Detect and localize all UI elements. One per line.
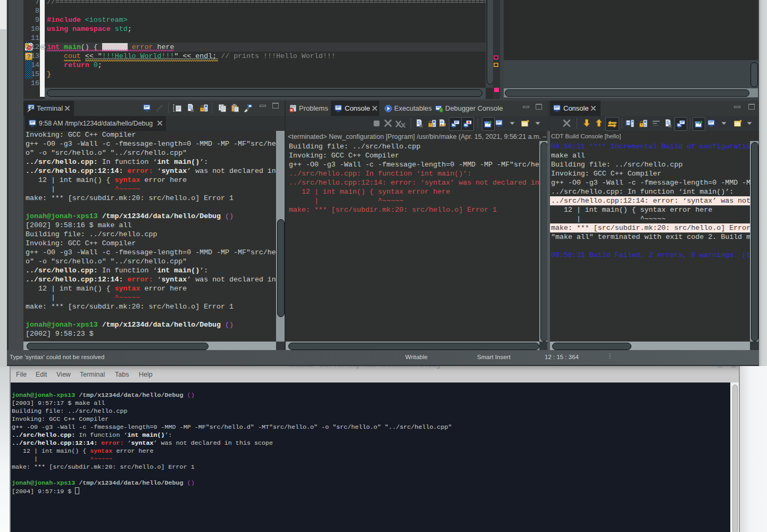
svg-text:?: ? [27, 53, 31, 60]
